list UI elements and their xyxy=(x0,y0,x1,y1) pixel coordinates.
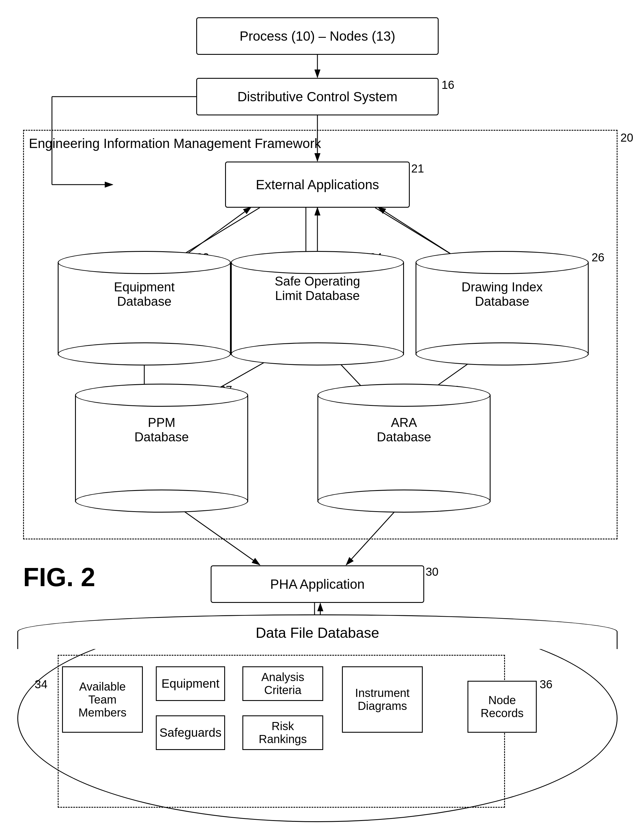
risk-rankings-box: Risk Rankings xyxy=(242,715,323,750)
equipment-box: Equipment xyxy=(156,666,225,701)
risk-rankings-label: Risk Rankings xyxy=(259,720,307,746)
node-records-label: Node Records xyxy=(481,694,524,720)
ref-34: 34 xyxy=(35,678,47,691)
ext-apps-label: External Applications xyxy=(256,177,379,193)
ref-21: 21 xyxy=(411,162,424,175)
dcs-box: Distributive Control System xyxy=(196,78,438,115)
drawing-db-cylinder: Drawing Index Database xyxy=(416,251,589,358)
fig2-label: FIG. 2 xyxy=(23,562,95,592)
available-team-label: Available Team Members xyxy=(79,680,127,719)
analysis-criteria-box: Analysis Criteria xyxy=(242,666,323,701)
instrument-diagrams-label: Instrument Diagrams xyxy=(355,687,410,712)
ref-26: 26 xyxy=(592,251,604,264)
pha-app-label: PHA Application xyxy=(270,576,364,592)
ara-db-label: ARA Database xyxy=(317,415,490,444)
diagram-container: Process (10) – Nodes (13) 16 Distributiv… xyxy=(0,0,636,840)
ppm-db-label: PPM Database xyxy=(75,415,248,444)
sol-db-cylinder: Safe Operating Limit Database xyxy=(231,251,404,358)
equipment-label: Equipment xyxy=(161,677,220,691)
instrument-diagrams-box: Instrument Diagrams xyxy=(342,666,423,733)
equipment-db-cylinder: Equipment Database xyxy=(58,251,231,358)
dcs-label: Distributive Control System xyxy=(237,89,398,104)
safeguards-label: Safeguards xyxy=(160,726,221,740)
ref-36: 36 xyxy=(539,678,552,691)
pha-app-box: PHA Application xyxy=(210,565,424,603)
equipment-db-label: Equipment Database xyxy=(58,280,231,309)
ppm-db-cylinder: PPM Database xyxy=(75,384,248,505)
process-nodes-label: Process (10) – Nodes (13) xyxy=(239,28,395,44)
ref-30: 30 xyxy=(426,565,438,578)
drawing-db-label: Drawing Index Database xyxy=(416,280,589,309)
data-file-db-label: Data File Database xyxy=(17,625,617,641)
ext-apps-box: External Applications xyxy=(225,161,410,208)
analysis-criteria-label: Analysis Criteria xyxy=(261,671,304,696)
ref-20: 20 xyxy=(620,131,633,144)
safeguards-box: Safeguards xyxy=(156,715,225,750)
ref-16: 16 xyxy=(441,79,454,92)
ara-db-cylinder: ARA Database xyxy=(317,384,490,505)
node-records-box: Node Records xyxy=(467,681,537,733)
available-team-box: Available Team Members xyxy=(62,666,143,733)
eimf-label: Engineering Information Management Frame… xyxy=(29,136,321,151)
process-nodes-box: Process (10) – Nodes (13) xyxy=(196,17,438,55)
sol-db-label: Safe Operating Limit Database xyxy=(231,274,404,303)
